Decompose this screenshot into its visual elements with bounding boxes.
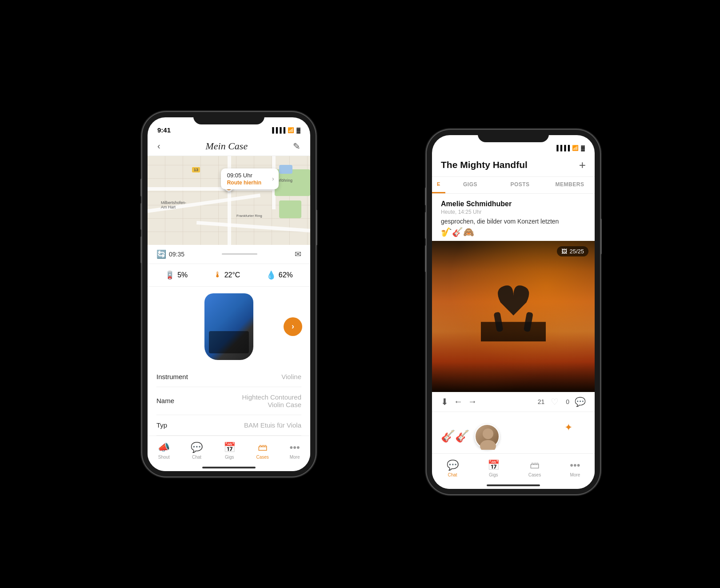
humidity-stat: 💧 62% [266, 270, 293, 280]
battery-icon-p2: ▓ [581, 145, 585, 151]
time-bar: 🔄 09:35 ✉ [148, 245, 310, 264]
p2-title: The Mighty Handful [441, 160, 528, 170]
poster-name: Amelie Schmidhuber [441, 200, 586, 208]
p2-header: The Mighty Handful + [432, 155, 595, 177]
map-popup-arrow: › [272, 175, 274, 182]
post-time: Heute, 14:25 Uhr [441, 209, 586, 215]
humidity-value: 62% [279, 271, 293, 279]
svg-rect-0 [481, 322, 546, 341]
download-icon[interactable]: ⬇ [441, 396, 448, 407]
tab-gigs-p2[interactable]: GIGS [445, 177, 495, 193]
tab-more-p2[interactable]: ••• More [570, 460, 580, 477]
details-table: Instrument Violine Name Hightech Contour… [148, 367, 310, 436]
next-button[interactable]: › [284, 317, 302, 336]
image-icon: 🖼 [561, 248, 567, 255]
image-counter: 🖼 25/25 [557, 246, 588, 256]
back-button[interactable]: ‹ [157, 141, 160, 151]
nav-bar: ‹ Mein Case ✎ [148, 137, 310, 156]
battery-value: 5% [177, 271, 188, 279]
map-area[interactable]: Milbertshofen-Am Hart Unterföhring 13 Fr… [148, 156, 310, 245]
prev-icon[interactable]: ← [454, 396, 463, 407]
tab-shout-label: Shout [158, 455, 170, 460]
chat-icon: 💬 [191, 442, 203, 453]
sparkle-icon: ✦ [564, 422, 572, 433]
edit-button[interactable]: ✎ [293, 141, 300, 152]
map-water [279, 165, 292, 174]
mute-button-p2[interactable] [425, 188, 427, 205]
svg-point-3 [483, 428, 493, 439]
avatar[interactable] [475, 424, 500, 449]
heart-hands-icon [481, 271, 546, 347]
phone-mighty-handful: ▐▐▐▐ 📶 ▓ The Mighty Handful + E GIGS POS… [427, 130, 600, 494]
status-icons: ▐▐▐▐ 📶 ▓ [270, 127, 300, 133]
volume-down-button[interactable] [140, 236, 142, 263]
tab-chat[interactable]: 💬 Chat [191, 442, 203, 460]
phone1-screen: 9:41 ▐▐▐▐ 📶 ▓ ‹ Mein Case ✎ [148, 117, 310, 471]
volume-up-button[interactable] [140, 203, 142, 230]
volume-up-button-p2[interactable] [425, 212, 427, 239]
map-road-h3 [196, 221, 310, 232]
volume-down-button-p2[interactable] [425, 245, 427, 272]
tab-cases-label-p2: Cases [528, 472, 541, 477]
tab-chat-partial[interactable]: E [432, 177, 445, 193]
bottom-emojis: 🎸🎸 [441, 429, 469, 443]
power-button[interactable] [316, 210, 317, 245]
tab-cases[interactable]: 🗃 Cases [256, 442, 268, 460]
tab-bar-p2: 💬 Chat 📅 Gigs 🗃 Cases ••• More [432, 453, 595, 489]
tab-chat-p2[interactable]: 💬 Chat [447, 460, 459, 477]
map-popup[interactable]: 09:05 Uhr Route hierhin › [221, 168, 279, 189]
mute-button[interactable] [140, 179, 142, 196]
tab-bar: 📣 Shout 💬 Chat 📅 Gigs 🗃 Cases ••• [148, 436, 310, 471]
case-image-area: › [148, 287, 310, 367]
detail-row-name: Name Hightech ContouredViolin Case [156, 387, 301, 415]
battery-icon: ▓ [296, 127, 300, 133]
battery-low-icon: 🪫 [165, 270, 175, 280]
tab-members[interactable]: MEMBERS [545, 177, 595, 193]
refresh-icon[interactable]: 🔄 [156, 249, 166, 259]
tab-more[interactable]: ••• More [290, 442, 300, 460]
wifi-icon-p2: 📶 [572, 145, 579, 151]
map-popup-route[interactable]: Route hierhin [227, 180, 272, 186]
add-button[interactable]: + [579, 158, 586, 172]
time-display: 09:35 [169, 251, 184, 258]
map-label-milbertshofen: Milbertshofen-Am Hart [161, 200, 186, 209]
shout-icon: 📣 [158, 442, 170, 453]
detail-row-instrument: Instrument Violine [156, 367, 301, 387]
wifi-icon: 📶 [288, 127, 294, 133]
time-slider-container [184, 253, 295, 255]
page-title: Mein Case [205, 140, 248, 152]
cases-icon: 🗃 [258, 442, 268, 453]
next-icon[interactable]: → [468, 396, 477, 407]
case-image [204, 293, 253, 360]
tab-gigs[interactable]: 📅 Gigs [224, 442, 236, 460]
tab-gigs-bottom[interactable]: 📅 Gigs [488, 460, 500, 477]
likes-count: 21 [538, 398, 545, 405]
detail-label-typ: Typ [156, 421, 167, 429]
detail-row-typ: Typ BAM Etuis für Viola [156, 415, 301, 436]
scene: 9:41 ▐▐▐▐ 📶 ▓ ‹ Mein Case ✎ [93, 94, 627, 494]
cases-icon-p2: 🗃 [530, 460, 540, 471]
phone-mein-case: 9:41 ▐▐▐▐ 📶 ▓ ‹ Mein Case ✎ [142, 112, 316, 476]
tab-chat-label: Chat [192, 455, 201, 460]
tab-cases-label: Cases [256, 455, 268, 460]
comments-count: 0 [566, 398, 569, 405]
tab-posts[interactable]: POSTS [495, 177, 545, 193]
time-slider[interactable] [222, 253, 257, 255]
comment-icon[interactable]: 💬 [575, 396, 586, 407]
tab-gigs-label: Gigs [225, 455, 234, 460]
send-icon[interactable]: ✉ [295, 249, 301, 259]
signal-icon: ▐▐▐▐ [270, 127, 285, 133]
post-emojis: 🎷🎸🙈 [441, 227, 586, 237]
tab-shout[interactable]: 📣 Shout [158, 442, 170, 460]
tab-cases-p2[interactable]: 🗃 Cases [528, 460, 541, 477]
tab-more-label-p2: More [570, 472, 580, 477]
heart-icon[interactable]: ♡ [551, 396, 559, 407]
map-park2 [279, 200, 301, 218]
detail-value-name: Hightech ContouredViolin Case [242, 393, 301, 408]
home-indicator-p2 [487, 484, 540, 486]
temp-value: 22°C [224, 271, 240, 279]
notch [193, 112, 264, 124]
power-button-p2[interactable] [600, 219, 602, 254]
gigs-icon-p2: 📅 [488, 460, 500, 471]
temp-icon: 🌡 [214, 270, 222, 280]
